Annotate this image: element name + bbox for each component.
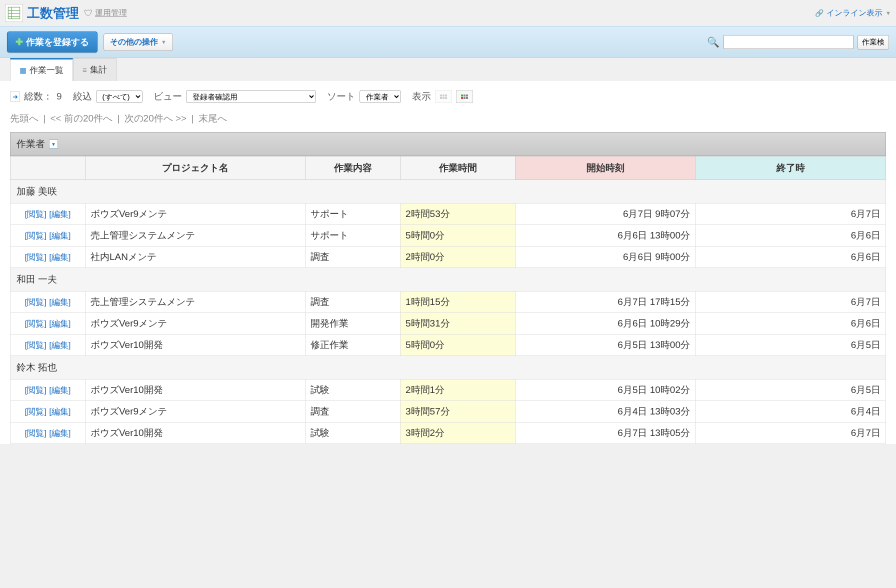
cell-task: 調査 <box>306 292 400 313</box>
cell-project: 売上管理システムメンテ <box>86 292 306 313</box>
edit-link[interactable]: [編集] <box>49 298 70 307</box>
table-row: [閲覧] [編集] 売上管理システムメンテ サポート 5時間0分 6月6日 13… <box>10 225 886 246</box>
table-row: [閲覧] [編集] ボウズVer9メンテ 開発作業 5時間31分 6月6日 10… <box>10 313 886 334</box>
view-label: ビュー <box>154 90 182 103</box>
view-link[interactable]: [閲覧] <box>24 231 46 240</box>
col-start[interactable]: 開始時刻 <box>516 156 696 180</box>
cell-project: ボウズVer10開発 <box>86 380 306 401</box>
col-time[interactable]: 作業時間 <box>400 156 516 180</box>
pager-prev[interactable]: << 前の20件へ <box>50 113 113 124</box>
edit-link[interactable]: [編集] <box>49 252 70 262</box>
view-mode-grouped[interactable] <box>435 90 452 103</box>
filter-row: ➜ 総数：9 絞込 (すべて) ビュー 登録者確認用 ソート 作業者 表示 <box>10 90 886 103</box>
cell-project: 売上管理システムメンテ <box>86 225 306 246</box>
cell-start: 6月6日 13時00分 <box>516 225 696 246</box>
group-row: 加藤 美咲 <box>10 180 886 204</box>
pager-last[interactable]: 末尾へ <box>198 113 227 124</box>
pager-next[interactable]: 次の20件へ >> <box>124 113 187 124</box>
cell-task: 開発作業 <box>306 313 400 334</box>
cell-start: 6月6日 10時29分 <box>516 313 696 334</box>
cell-end: 6月5日 <box>696 334 886 356</box>
export-icon[interactable]: ➜ <box>10 92 20 102</box>
cell-start: 6月7日 13時05分 <box>516 422 696 444</box>
app-header: 工数管理 🛡 運用管理 🔗 インライン表示 ▼ <box>0 0 896 26</box>
table-row: [閲覧] [編集] ボウズVer10開発 修正作業 5時間0分 6月5日 13時… <box>10 334 886 356</box>
col-project[interactable]: プロジェクト名 <box>86 156 306 180</box>
cell-end: 6月7日 <box>696 204 886 225</box>
view-link[interactable]: [閲覧] <box>24 319 46 328</box>
filter-dropdown-icon[interactable]: ▼ <box>49 140 58 148</box>
group-name: 和田 一夫 <box>10 268 886 292</box>
cell-project: 社内LANメンテ <box>86 246 306 268</box>
sort-label: ソート <box>327 90 356 103</box>
group-row: 和田 一夫 <box>10 268 886 292</box>
table-row: [閲覧] [編集] ボウズVer9メンテ サポート 2時間53分 6月7日 9時… <box>10 204 886 225</box>
view-link[interactable]: [閲覧] <box>24 252 46 262</box>
cell-time: 5時間0分 <box>400 334 516 356</box>
view-select[interactable]: 登録者確認用 <box>186 90 316 103</box>
tab-aggregate[interactable]: ≡ 集計 <box>73 58 116 81</box>
view-link[interactable]: [閲覧] <box>24 340 46 350</box>
app-title: 工数管理 <box>27 4 79 22</box>
group-row: 鈴木 拓也 <box>10 356 886 380</box>
view-mode-flat[interactable] <box>456 90 473 103</box>
edit-link[interactable]: [編集] <box>49 210 70 219</box>
col-task[interactable]: 作業内容 <box>306 156 400 180</box>
table-row: [閲覧] [編集] ボウズVer9メンテ 調査 3時間57分 6月4日 13時0… <box>10 401 886 422</box>
search-button[interactable]: 作業検 <box>858 35 889 50</box>
cell-time: 2時間0分 <box>400 246 516 268</box>
cell-project: ボウズVer9メンテ <box>86 401 306 422</box>
chevron-down-icon: ▼ <box>886 10 891 16</box>
edit-link[interactable]: [編集] <box>49 319 70 328</box>
col-end[interactable]: 終了時 <box>696 156 886 180</box>
cell-end: 6月6日 <box>696 246 886 268</box>
view-link[interactable]: [閲覧] <box>24 386 46 395</box>
other-ops-label: その他の操作 <box>110 37 158 48</box>
cell-start: 6月7日 17時15分 <box>516 292 696 313</box>
search-icon: 🔍 <box>707 36 720 48</box>
filter-label: 絞込 <box>73 90 92 103</box>
filter-select[interactable]: (すべて) <box>96 90 142 103</box>
shield-icon: 🛡 <box>84 8 93 18</box>
table-row: [閲覧] [編集] ボウズVer10開発 試験 3時間2分 6月7日 13時05… <box>10 422 886 444</box>
view-link[interactable]: [閲覧] <box>24 298 46 307</box>
cell-task: 調査 <box>306 246 400 268</box>
cell-task: 調査 <box>306 401 400 422</box>
edit-link[interactable]: [編集] <box>49 428 70 438</box>
tab-label: 作業一覧 <box>30 64 64 76</box>
cell-task: サポート <box>306 204 400 225</box>
view-link[interactable]: [閲覧] <box>24 428 46 438</box>
register-button[interactable]: ✚ 作業を登録する <box>7 32 98 52</box>
cell-time: 2時間1分 <box>400 380 516 401</box>
table-row: [閲覧] [編集] 社内LANメンテ 調査 2時間0分 6月6日 9時00分 6… <box>10 246 886 268</box>
cell-start: 6月6日 9時00分 <box>516 246 696 268</box>
sort-select[interactable]: 作業者 <box>360 90 401 103</box>
tab-work-list[interactable]: ▦ 作業一覧 <box>10 58 73 81</box>
admin-link[interactable]: 運用管理 <box>95 8 127 18</box>
inline-display-link[interactable]: インライン表示 <box>826 8 882 18</box>
svg-rect-0 <box>8 7 20 18</box>
other-operations-button[interactable]: その他の操作 ▼ <box>104 34 173 51</box>
edit-link[interactable]: [編集] <box>49 407 70 416</box>
cell-start: 6月5日 13時00分 <box>516 334 696 356</box>
edit-link[interactable]: [編集] <box>49 340 70 350</box>
total-count: 9 <box>56 91 62 102</box>
view-link[interactable]: [閲覧] <box>24 407 46 416</box>
cell-time: 3時間2分 <box>400 422 516 444</box>
group-name: 加藤 美咲 <box>10 180 886 204</box>
cell-start: 6月7日 9時07分 <box>516 204 696 225</box>
cell-end: 6月7日 <box>696 292 886 313</box>
edit-link[interactable]: [編集] <box>49 386 70 395</box>
cell-time: 5時間31分 <box>400 313 516 334</box>
view-link[interactable]: [閲覧] <box>24 210 46 219</box>
cell-time: 2時間53分 <box>400 204 516 225</box>
table-row: [閲覧] [編集] ボウズVer10開発 試験 2時間1分 6月5日 10時02… <box>10 380 886 401</box>
total-label: 総数： <box>24 90 52 103</box>
search-input[interactable] <box>724 35 854 49</box>
edit-link[interactable]: [編集] <box>49 231 70 240</box>
display-label: 表示 <box>412 90 431 103</box>
chevron-down-icon: ▼ <box>161 39 166 45</box>
work-table: プロジェクト名 作業内容 作業時間 開始時刻 終了時 加藤 美咲 [閲覧] [編… <box>10 156 886 444</box>
group-name: 鈴木 拓也 <box>10 356 886 380</box>
pager-first[interactable]: 先頭へ <box>10 113 38 124</box>
